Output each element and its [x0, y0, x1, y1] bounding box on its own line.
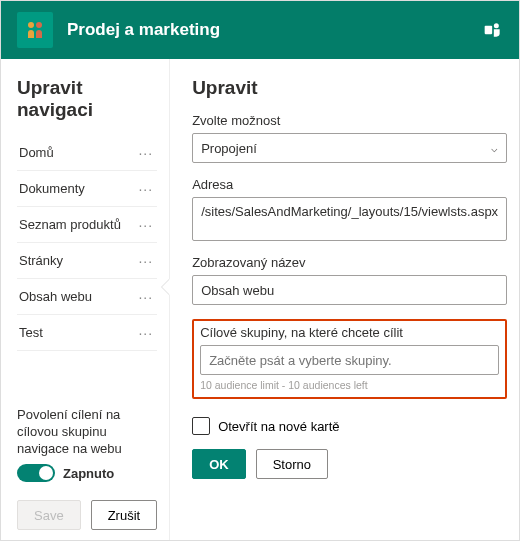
svg-point-0	[28, 22, 34, 28]
nav-item-label: Obsah webu	[19, 289, 92, 304]
ellipsis-icon[interactable]: ···	[138, 289, 153, 305]
audience-targeting-toggle[interactable]	[17, 464, 55, 482]
address-input[interactable]: /sites/SalesAndMarketing/_layouts/15/vie…	[192, 197, 507, 241]
ellipsis-icon[interactable]: ···	[138, 181, 153, 197]
ellipsis-icon[interactable]: ···	[138, 325, 153, 341]
new-tab-checkbox[interactable]	[192, 417, 210, 435]
svg-point-3	[494, 23, 499, 28]
nav-item-test[interactable]: Test ···	[17, 315, 157, 351]
nav-item-documents[interactable]: Dokumenty ···	[17, 171, 157, 207]
nav-item-label: Domů	[19, 145, 54, 160]
nav-item-label: Stránky	[19, 253, 63, 268]
chevron-down-icon: ⌵	[491, 142, 498, 155]
nav-item-home[interactable]: Domů ···	[17, 135, 157, 171]
left-panel-title: Upravit navigaci	[17, 77, 157, 121]
option-label: Zvolte možnost	[192, 113, 507, 128]
nav-item-label: Seznam produktů	[19, 217, 121, 232]
site-logo	[17, 12, 53, 48]
option-select[interactable]: Propojení ⌵	[192, 133, 507, 163]
audience-hint: 10 audience limit - 10 audiences left	[200, 379, 499, 391]
ellipsis-icon[interactable]: ···	[138, 253, 153, 269]
ok-button[interactable]: OK	[192, 449, 246, 479]
new-tab-label: Otevřít na nové kartě	[218, 419, 339, 434]
site-header: Prodej a marketing	[1, 1, 519, 59]
edit-link-panel: Upravit Zvolte možnost Propojení ⌵ Adres…	[169, 59, 520, 541]
nav-item-pages[interactable]: Stránky ···	[17, 243, 157, 279]
nav-list: Domů ··· Dokumenty ··· Seznam produktů ·…	[17, 135, 157, 393]
address-label: Adresa	[192, 177, 507, 192]
handshake-icon	[23, 18, 47, 42]
teams-icon[interactable]	[483, 20, 503, 40]
display-name-label: Zobrazovaný název	[192, 255, 507, 270]
edit-navigation-panel: Upravit navigaci Domů ··· Dokumenty ··· …	[1, 59, 169, 541]
audience-highlight: Cílové skupiny, na které chcete cílit 10…	[192, 319, 507, 399]
ellipsis-icon[interactable]: ···	[138, 145, 153, 161]
audience-targeting-label: Povolení cílení na cílovou skupinu navig…	[17, 407, 157, 458]
audience-label: Cílové skupiny, na které chcete cílit	[200, 325, 499, 340]
audience-targeting-section: Povolení cílení na cílovou skupinu navig…	[17, 407, 157, 482]
svg-point-1	[36, 22, 42, 28]
site-title: Prodej a marketing	[67, 20, 469, 40]
cancel-button[interactable]: Zrušit	[91, 500, 158, 530]
display-name-input[interactable]	[192, 275, 507, 305]
audience-input[interactable]	[200, 345, 499, 375]
nav-item-site-contents[interactable]: Obsah webu ···	[17, 279, 157, 315]
option-value: Propojení	[201, 141, 257, 156]
toggle-state-label: Zapnuto	[63, 466, 114, 481]
save-button: Save	[17, 500, 81, 530]
nav-item-label: Test	[19, 325, 43, 340]
right-panel-title: Upravit	[192, 77, 507, 99]
nav-item-label: Dokumenty	[19, 181, 85, 196]
svg-rect-2	[485, 26, 493, 34]
storno-button[interactable]: Storno	[256, 449, 328, 479]
ellipsis-icon[interactable]: ···	[138, 217, 153, 233]
nav-item-products[interactable]: Seznam produktů ···	[17, 207, 157, 243]
